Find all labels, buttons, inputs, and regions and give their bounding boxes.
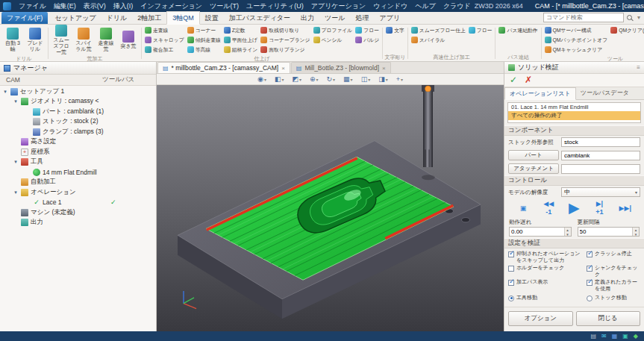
ribbon-tab[interactable]: 設置 <box>200 12 224 24</box>
shade-mode-icon[interactable]: ◧▾ <box>275 75 284 83</box>
spinner-icons[interactable]: ▴▾ <box>564 228 571 236</box>
ribbon-tab[interactable]: セットアップ <box>49 12 101 24</box>
menu-item[interactable]: 挿入(I) <box>110 0 137 12</box>
part-button[interactable]: パート <box>508 150 559 160</box>
ribbon-button[interactable]: QMサーバー構成 <box>543 25 610 35</box>
menu-item[interactable]: インフォメーション <box>137 0 206 12</box>
ribbon-button[interactable]: 文字 <box>384 25 406 35</box>
playback-button[interactable]: ▶▶| <box>619 204 631 212</box>
ribbon-button[interactable]: コーナープランジ <box>259 35 311 45</box>
ribbon-button[interactable]: 面取りプランジ <box>259 45 311 54</box>
tree-item[interactable]: 自動加工 <box>0 178 156 188</box>
checkbox-box[interactable] <box>587 280 593 286</box>
ribbon-button[interactable]: Z定数 <box>222 25 259 35</box>
playback-button[interactable]: ◀◀ <box>543 200 554 207</box>
select-filter-icon[interactable]: ◉▾ <box>257 75 266 83</box>
ribbon-button[interactable]: 走査線 <box>143 25 186 35</box>
playback-button[interactable]: +1 <box>593 208 605 216</box>
checkbox-box[interactable] <box>587 251 593 257</box>
ribbon-tab[interactable]: 3軸QM <box>166 11 200 25</box>
ribbon-button[interactable]: 突き荒 <box>117 25 140 54</box>
playback-button[interactable]: ▶| <box>593 200 605 207</box>
checkbox-box[interactable] <box>508 266 514 272</box>
search-icon[interactable] <box>627 15 632 20</box>
menu-item[interactable]: クラウド <box>440 0 475 12</box>
tree-item[interactable]: 高さ設定 <box>0 137 156 148</box>
attachment-button[interactable]: アタッチメント <box>508 163 559 174</box>
section-view-icon[interactable]: ◫▾ <box>361 75 371 83</box>
menu-item[interactable]: ユーティリティ(U) <box>243 0 307 12</box>
interval-input[interactable] <box>578 228 633 236</box>
tree-item[interactable]: ▾ 工具 <box>0 157 156 168</box>
ribbon-button[interactable]: 組柄ライン <box>222 45 259 54</box>
view-orientation-icon[interactable]: ◩▾ <box>292 75 301 83</box>
ribbon-button[interactable]: 傾斜走査線 <box>186 35 222 45</box>
tree-item[interactable]: 出力 <box>0 218 156 228</box>
ribbon-button[interactable]: 取残切り取り <box>259 25 311 35</box>
ribbon-button[interactable]: プロファイル <box>312 25 354 35</box>
panel-menu-icon[interactable]: ≡ <box>637 64 640 71</box>
verify-checkbox[interactable]: ホルダーをチェック <box>508 264 584 278</box>
tree-item[interactable]: パート : camblank (1) <box>0 107 156 117</box>
ribbon-tab[interactable]: ツール <box>319 12 350 24</box>
operation-list-item[interactable]: 01. Lace 1. 14 mm Flat Endmill <box>508 103 640 111</box>
ribbon-button[interactable]: 平面仕上げ <box>222 35 259 45</box>
ribbon-tab[interactable]: 加工パスエディター <box>224 12 296 24</box>
checkbox-box[interactable] <box>587 266 593 272</box>
verify-tab[interactable]: ツールパスデータ <box>576 87 634 99</box>
expander-icon[interactable]: ▾ <box>13 159 19 165</box>
section-control[interactable]: コントロール <box>504 175 644 186</box>
view-settings-icon[interactable]: +▾ <box>396 75 403 83</box>
ribbon-tab[interactable]: ドリル <box>101 12 133 24</box>
resolution-select[interactable]: 中 ▾ <box>561 187 640 197</box>
display-grid-icon[interactable]: ▦▾ <box>343 75 353 83</box>
command-search-input[interactable] <box>543 13 624 22</box>
close-tab-icon[interactable]: × <box>382 65 386 72</box>
ribbon-button[interactable]: パス連結動作 <box>497 25 539 35</box>
menu-item[interactable]: ヘルプ <box>411 0 440 12</box>
playback-button[interactable]: ▶ <box>568 200 580 216</box>
ribbon-tab[interactable]: 処理 <box>350 12 374 24</box>
ribbon-tab[interactable]: 2軸加工 <box>132 12 166 24</box>
ribbon-button[interactable]: フロー <box>354 25 381 35</box>
ribbon-button[interactable]: 自動 3軸 <box>1 25 24 54</box>
cancel-button[interactable]: ✗ <box>525 75 532 85</box>
checkbox-box[interactable] <box>508 280 514 286</box>
tree-item[interactable]: 座標系 <box>0 147 156 157</box>
tree-item[interactable]: Lace 1 ✓ <box>0 198 156 208</box>
verify-checkbox[interactable]: シャンクをチェック <box>587 264 640 278</box>
display-settings-icon[interactable]: ▦ <box>612 331 618 341</box>
tree-item[interactable]: ▾ ジオメトリ : camassy < <box>0 97 156 107</box>
ribbon-button[interactable]: スムーズフロー荒 <box>50 25 72 54</box>
section-verify-settings[interactable]: 設定を検証 <box>504 238 644 248</box>
verify-checkbox[interactable]: 抑制されたオペレーションをスキップして出力 <box>508 250 584 264</box>
menu-item[interactable]: ファイル <box>15 0 50 12</box>
verify-checkbox[interactable]: 加工パス表示 <box>508 278 584 292</box>
ribbon-button[interactable]: フロー <box>467 25 494 35</box>
ribbon-button[interactable]: ペンシル <box>312 35 354 45</box>
close-panel-button[interactable]: 閉じる <box>576 311 641 326</box>
rotate-view-icon[interactable]: ↻▾ <box>327 75 336 83</box>
close-tab-icon[interactable]: × <box>281 65 285 72</box>
radio-button[interactable] <box>508 295 514 301</box>
notification-icon[interactable]: ◆ <box>634 331 638 341</box>
checkbox-box[interactable] <box>508 251 514 257</box>
playback-button[interactable]: -1 <box>543 208 554 216</box>
delay-input[interactable] <box>510 228 564 236</box>
section-components[interactable]: コンポーネント <box>504 125 644 136</box>
ribbon-button[interactable]: 等高線 <box>186 45 222 54</box>
ribbon-button[interactable]: バルジ <box>354 35 381 45</box>
verify-radio[interactable]: 工具移動 <box>508 294 584 302</box>
ribbon-button[interactable]: QMバッチポイントオフ <box>543 35 610 45</box>
zoom-icon[interactable]: ⊕▾ <box>310 75 319 83</box>
ribbon-button[interactable]: 走査線荒 <box>95 25 117 54</box>
verify-tab[interactable]: オペレーションリスト <box>504 87 576 100</box>
ribbon-button[interactable]: QMクリア(STLファイル削除) <box>609 25 644 35</box>
part-input[interactable] <box>561 151 640 160</box>
tree-item[interactable]: ▾ オペレーション <box>0 187 156 198</box>
ribbon-button[interactable]: コーナー <box>186 25 222 35</box>
verify-radio[interactable]: ストック移動 <box>587 294 640 302</box>
radio-button[interactable] <box>587 295 593 301</box>
ribbon-button[interactable]: QMキャッシュクリア <box>543 45 610 54</box>
document-tab[interactable]: ▤ Mill_Bottle.Z3 - [blowmold] × <box>291 62 391 73</box>
